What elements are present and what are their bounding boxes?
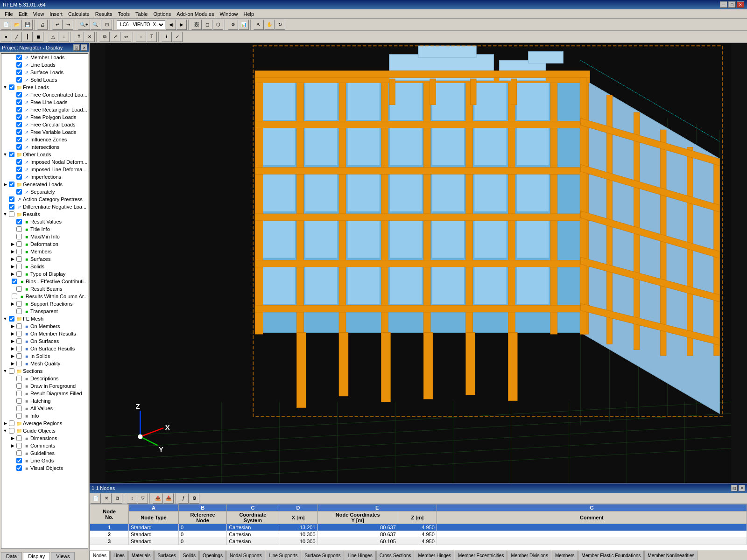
menu-calculate[interactable]: Calculate bbox=[65, 10, 92, 18]
cell-3-comment[interactable] bbox=[437, 538, 747, 545]
tree-item-result-values[interactable]: ■Result Values bbox=[1, 218, 88, 225]
tree-toggle-on-surfaces[interactable]: ▶ bbox=[10, 338, 15, 344]
tree-checkbox-transparent[interactable] bbox=[16, 308, 22, 314]
tree-item-in-solids[interactable]: ▶■In Solids bbox=[1, 352, 88, 360]
dt-sort[interactable]: ↕ bbox=[127, 493, 137, 504]
tree-item-on-surface-results[interactable]: ▶■On Surface Results bbox=[1, 345, 88, 352]
tb-print[interactable]: 🖨 bbox=[37, 20, 48, 30]
tree-checkbox-free-line-loads[interactable] bbox=[16, 99, 22, 105]
tree-checkbox-intersections[interactable] bbox=[16, 144, 22, 150]
tb2-mirror[interactable]: ⇔ bbox=[121, 32, 131, 42]
tab-data[interactable]: Data bbox=[1, 552, 22, 560]
panel-close-button[interactable]: ✕ bbox=[81, 44, 87, 51]
cell-2-y[interactable]: 80.637 bbox=[317, 531, 398, 538]
tree-item-line-grids[interactable]: ■Line Grids bbox=[1, 457, 88, 464]
tree-checkbox-surface-loads[interactable] bbox=[16, 70, 22, 75]
tb2-member[interactable]: ┃ bbox=[22, 32, 33, 42]
tree-item-comments[interactable]: ▶■Comments bbox=[1, 442, 88, 449]
tree-checkbox-in-solids[interactable] bbox=[16, 353, 22, 359]
tree-checkbox-member-loads[interactable] bbox=[16, 55, 22, 60]
tb-open[interactable]: 📂 bbox=[12, 20, 22, 30]
bottom-tab-openings[interactable]: Openings bbox=[199, 551, 226, 560]
tree-checkbox-imperfections[interactable] bbox=[16, 174, 22, 180]
tree-item-results-within-col[interactable]: ■Results Within Column Ar... bbox=[1, 293, 88, 300]
tree-item-on-surfaces[interactable]: ▶■On Surfaces bbox=[1, 337, 88, 345]
tb2-move[interactable]: ⤢ bbox=[110, 32, 120, 42]
menu-tools[interactable]: Tools bbox=[115, 10, 133, 18]
tree-checkbox-free-rectangular[interactable] bbox=[16, 107, 22, 112]
tree-item-generated-loads[interactable]: ▶📁Generated Loads bbox=[1, 181, 88, 188]
tree-toggle-average-regions[interactable]: ▶ bbox=[2, 420, 8, 426]
cell-2-x[interactable]: 10.300 bbox=[279, 531, 317, 538]
tree-checkbox-result-diagrams-filled[interactable] bbox=[16, 391, 22, 396]
table-row-3[interactable]: 3Standard0Cartesian10.30060.1054.950 bbox=[90, 538, 747, 545]
tree-checkbox-sections[interactable] bbox=[9, 368, 14, 374]
tree-item-members-res[interactable]: ▶■Members bbox=[1, 248, 88, 255]
viewport-inner[interactable]: Z X Y bbox=[90, 43, 747, 483]
cell-2-z[interactable]: 4.950 bbox=[398, 531, 437, 538]
tree-item-on-member-results[interactable]: ▶■On Member Results bbox=[1, 330, 88, 337]
tree-item-other-loads[interactable]: ▼📁Other Loads bbox=[1, 151, 88, 158]
tree-toggle-solids-res[interactable]: ▶ bbox=[10, 264, 15, 269]
tree-item-imposed-nodal[interactable]: ↗Imposed Nodal Deform... bbox=[1, 158, 88, 166]
tree-toggle-comments[interactable]: ▶ bbox=[10, 443, 15, 448]
tree-item-support-reactions[interactable]: ▶■Support Reactions bbox=[1, 300, 88, 308]
tree-item-mesh-quality[interactable]: ▶■Mesh Quality bbox=[1, 360, 88, 367]
tree-item-action-category[interactable]: ↗Action Category Prestress bbox=[1, 196, 88, 203]
tb-save[interactable]: 💾 bbox=[22, 20, 33, 30]
tree-item-fe-mesh[interactable]: ▼📁FE Mesh bbox=[1, 315, 88, 322]
bottom-tab-solids[interactable]: Solids bbox=[180, 551, 199, 560]
menu-addon[interactable]: Add-on Modules bbox=[174, 10, 217, 18]
dt-formula[interactable]: ƒ bbox=[178, 493, 189, 504]
tree-toggle-free-loads[interactable]: ▼ bbox=[2, 84, 8, 90]
tree-checkbox-line-loads[interactable] bbox=[16, 62, 22, 68]
tree-toggle-on-surface-results[interactable]: ▶ bbox=[10, 346, 15, 351]
dt-calc[interactable]: ⚙ bbox=[189, 493, 199, 504]
tb2-info[interactable]: ℹ bbox=[162, 32, 172, 42]
tb2-renumber[interactable]: # bbox=[74, 32, 84, 42]
tree-item-draw-in-foreground[interactable]: ■Draw in Foreground bbox=[1, 382, 88, 390]
tb2-support[interactable]: △ bbox=[48, 32, 58, 42]
bottom-tab-lines[interactable]: Lines bbox=[110, 551, 128, 560]
menu-results[interactable]: Results bbox=[92, 10, 115, 18]
tree-checkbox-fe-mesh[interactable] bbox=[9, 316, 14, 322]
tb-redo[interactable]: ↪ bbox=[63, 20, 73, 30]
dt-delete-row[interactable]: ✕ bbox=[101, 493, 112, 504]
menu-window[interactable]: Window bbox=[217, 10, 240, 18]
tree-toggle-support-reactions[interactable]: ▶ bbox=[10, 301, 15, 307]
tree-checkbox-other-loads[interactable] bbox=[9, 152, 14, 157]
tb2-copy[interactable]: ⧉ bbox=[99, 32, 110, 42]
bottom-tab-member-nonlinearities[interactable]: Member Nonlinearities bbox=[644, 551, 698, 560]
maximize-button[interactable]: □ bbox=[728, 1, 736, 8]
tree-toggle-sections[interactable]: ▼ bbox=[2, 368, 8, 374]
tb-prev-lc[interactable]: ◀ bbox=[166, 20, 176, 30]
tab-display[interactable]: Display bbox=[23, 552, 50, 560]
cell-1-node-type[interactable]: Standard bbox=[129, 524, 179, 531]
tree-checkbox-result-beams[interactable] bbox=[16, 286, 22, 292]
bottom-tab-materials[interactable]: Materials bbox=[128, 551, 154, 560]
tb2-check[interactable]: ✓ bbox=[172, 32, 183, 42]
cell-1-z[interactable]: 4.950 bbox=[398, 524, 437, 531]
cell-1-coord-sys[interactable]: Cartesian bbox=[227, 524, 279, 531]
menu-insert[interactable]: Insert bbox=[47, 10, 65, 18]
bottom-tab-member-divisions[interactable]: Member Divisions bbox=[507, 551, 551, 560]
tb2-dimension[interactable]: ↔ bbox=[136, 32, 146, 42]
panel-float-button[interactable]: ◱ bbox=[73, 44, 80, 51]
table-row-1[interactable]: 1Standard0Cartesian-13.20180.6374.950 bbox=[90, 524, 747, 531]
tree-checkbox-line-grids[interactable] bbox=[16, 458, 22, 463]
lc-selector[interactable]: LC6 - VIENTO -X bbox=[117, 20, 165, 29]
tree-toggle-generated-loads[interactable]: ▶ bbox=[2, 182, 8, 187]
bottom-tab-surface-supports[interactable]: Surface Supports bbox=[302, 551, 344, 560]
dt-new-row[interactable]: 📄 bbox=[91, 493, 101, 504]
tree-item-sections[interactable]: ▼📁Sections bbox=[1, 367, 88, 375]
table-wrapper[interactable]: NodeNo. A B C D E G Node Type ReferenceN… bbox=[90, 504, 747, 550]
cell-3-z[interactable]: 4.950 bbox=[398, 538, 437, 545]
cell-1-node-no[interactable]: 1 bbox=[90, 524, 129, 531]
cell-1-ref-node[interactable]: 0 bbox=[178, 524, 226, 531]
tree-checkbox-info-sect[interactable] bbox=[16, 413, 22, 419]
bottom-tab-member-elastic-foundations[interactable]: Member Elastic Foundations bbox=[578, 551, 644, 560]
tree-checkbox-type-of-display[interactable] bbox=[16, 271, 22, 277]
tb-fit[interactable]: ⊡ bbox=[102, 20, 112, 30]
tree-item-free-circular[interactable]: ↗Free Circular Loads bbox=[1, 121, 88, 128]
data-panel-float-button[interactable]: ◱ bbox=[731, 485, 738, 491]
